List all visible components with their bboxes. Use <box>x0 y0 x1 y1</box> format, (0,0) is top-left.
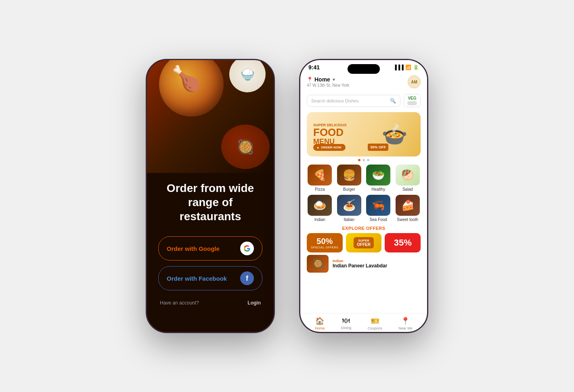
seafood-image: 🦐 <box>366 195 390 216</box>
seafood-label: Sea Food <box>370 217 387 222</box>
main-container: 🍚 🥘 Order from wide range of restaurants… <box>146 59 428 333</box>
dot-2 <box>362 159 365 161</box>
bottom-nav: 🏠 Home 🍽 Dining 🎫 Coupons 📍 Near Me <box>300 313 427 332</box>
nav-dining[interactable]: 🍽 Dining <box>341 317 352 330</box>
search-bar[interactable]: Search delicious Dishes 🔍 <box>307 95 400 107</box>
status-icons: ▐▐▐ 📶 🔋 <box>393 65 419 70</box>
login-link[interactable]: Login <box>247 300 261 306</box>
location-name: Home <box>314 76 330 83</box>
dropdown-arrow-icon: ▼ <box>332 77 336 82</box>
offer-super-card[interactable]: SUPER OFFER <box>346 233 382 252</box>
indian-image: 🍛 <box>308 195 332 216</box>
italian-image: 🍝 <box>337 195 361 216</box>
near-me-icon: 📍 <box>401 317 410 325</box>
offer-50-card[interactable]: 50% SPECIAL OFFERS <box>307 233 343 252</box>
veg-label: VEG <box>407 96 417 100</box>
status-time: 9:41 <box>308 64 320 71</box>
left-phone: 🍚 🥘 Order from wide range of restaurants… <box>146 59 275 333</box>
search-placeholder: Search delicious Dishes <box>311 98 388 103</box>
offers-row: 50% SPECIAL OFFERS SUPER OFFER 35% <box>300 233 427 252</box>
google-button-label: Order with Google <box>167 245 220 252</box>
category-section: 🍕 Pizza 🍔 Burger 🥗 Healthy 🥙 Salad <box>300 163 427 223</box>
right-phone: 9:41 ▐▐▐ 📶 🔋 📍 Home ▼ 47 W 13th St, New … <box>299 59 428 333</box>
featured-info: Indian Indian Paneer Lavabdar <box>333 259 421 269</box>
sweet-image: 🍰 <box>396 195 420 216</box>
location-address: 47 W 13th St, New York <box>307 83 350 88</box>
google-icon <box>240 242 254 255</box>
featured-category: Indian <box>333 259 421 263</box>
home-icon: 🏠 <box>315 317 324 325</box>
category-healthy[interactable]: 🥗 Healthy <box>365 165 392 192</box>
location-block: 📍 Home ▼ 47 W 13th St, New York <box>307 76 350 88</box>
banner-section: SUPER DELICIOUS FOOD MENU ▶ ORDER NOW 50… <box>300 111 427 163</box>
pizza-label: Pizza <box>315 187 325 192</box>
indian-label: Indian <box>314 217 325 222</box>
facebook-login-button[interactable]: Order with Facebook f <box>158 266 262 290</box>
avatar[interactable]: AM <box>408 75 421 88</box>
category-seafood[interactable]: 🦐 Sea Food <box>365 195 392 222</box>
banner-order-text: ORDER NOW <box>321 146 341 149</box>
dining-icon: 🍽 <box>342 317 350 325</box>
have-account-text: Have an account? <box>160 300 199 306</box>
search-icon: 🔍 <box>390 98 396 104</box>
promo-banner[interactable]: SUPER DELICIOUS FOOD MENU ▶ ORDER NOW 50… <box>307 112 421 156</box>
wifi-icon: 📶 <box>405 65 411 70</box>
coupons-nav-label: Coupons <box>368 326 382 330</box>
dynamic-island <box>348 64 380 74</box>
google-login-button[interactable]: Order with Google <box>158 236 262 261</box>
banner-dots <box>307 159 421 161</box>
dining-nav-label: Dining <box>341 326 352 330</box>
battery-icon: 🔋 <box>413 65 419 70</box>
salad-label: Salad <box>402 187 413 192</box>
near-me-nav-label: Near Me <box>398 326 413 330</box>
offer-35-card[interactable]: 35% <box>385 233 421 252</box>
location-row[interactable]: 📍 Home ▼ <box>307 76 350 83</box>
right-phone-inner: 9:41 ▐▐▐ 📶 🔋 📍 Home ▼ 47 W 13th St, New … <box>300 60 427 332</box>
featured-name: Indian Paneer Lavabdar <box>333 263 421 269</box>
category-indian[interactable]: 🍛 Indian <box>307 195 333 222</box>
facebook-button-label: Order with Facebook <box>167 275 227 282</box>
food-background: 🍚 🥘 <box>147 60 274 173</box>
sweet-label: Sweet tooth <box>397 217 418 222</box>
category-pizza[interactable]: 🍕 Pizza <box>307 165 333 192</box>
coupons-icon: 🎫 <box>371 317 379 325</box>
app-header: 📍 Home ▼ 47 W 13th St, New York AM <box>300 73 427 92</box>
veg-toggle[interactable]: VEG <box>404 94 421 107</box>
food-circle-bottom-right: 🥘 <box>221 125 270 169</box>
featured-image: 🥘 <box>307 255 329 273</box>
left-headline: Order from wide range of restaurants <box>158 181 262 223</box>
category-burger[interactable]: 🍔 Burger <box>336 165 362 192</box>
salad-image: 🥙 <box>396 165 420 186</box>
banner-order-button[interactable]: ▶ ORDER NOW <box>313 144 346 151</box>
signal-icon: ▐▐▐ <box>393 65 404 70</box>
left-content: Order from wide range of restaurants Ord… <box>147 173 274 314</box>
banner-food-image: 🍲 <box>368 112 421 156</box>
dot-3 <box>367 159 369 161</box>
category-italian[interactable]: 🍝 Italian <box>336 195 362 222</box>
italian-label: Italian <box>344 217 354 222</box>
burger-label: Burger <box>343 187 355 192</box>
home-nav-label: Home <box>315 326 325 330</box>
healthy-label: Healthy <box>371 187 385 192</box>
location-pin-icon: 📍 <box>307 77 313 82</box>
burger-image: 🍔 <box>337 165 361 186</box>
nav-coupons[interactable]: 🎫 Coupons <box>368 317 382 330</box>
pizza-image: 🍕 <box>308 165 332 186</box>
status-bar: 9:41 ▐▐▐ 📶 🔋 <box>300 60 427 73</box>
featured-item-row: 🥘 Indian Indian Paneer Lavabdar <box>300 252 427 276</box>
veg-switch <box>407 101 417 105</box>
dot-1 <box>358 159 360 161</box>
bottom-row: Have an account? Login <box>158 300 262 306</box>
nav-home[interactable]: 🏠 Home <box>315 317 325 330</box>
nav-near-me[interactable]: 📍 Near Me <box>398 317 413 330</box>
category-grid: 🍕 Pizza 🍔 Burger 🥗 Healthy 🥙 Salad <box>307 165 421 222</box>
food-circle-top-right: 🍚 <box>229 60 266 92</box>
explore-offers-label: EXPLORE OFFERS <box>300 226 427 231</box>
category-sweet[interactable]: 🍰 Sweet tooth <box>395 195 421 222</box>
healthy-image: 🥗 <box>366 165 390 186</box>
category-salad[interactable]: 🥙 Salad <box>395 165 421 192</box>
facebook-icon: f <box>240 271 254 285</box>
search-row: Search delicious Dishes 🔍 VEG <box>300 92 427 111</box>
food-circle-main <box>159 60 224 117</box>
